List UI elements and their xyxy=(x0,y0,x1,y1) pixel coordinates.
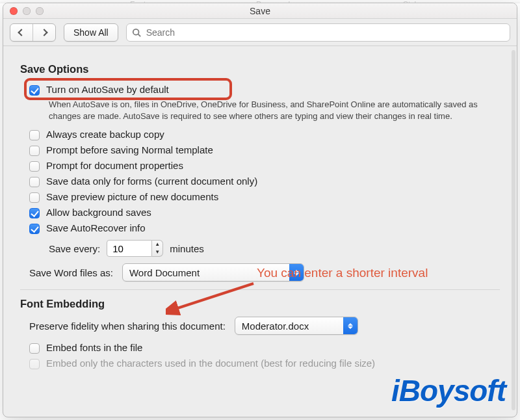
annotation-text: You can enter a shorter interval xyxy=(257,266,428,280)
prompt-normal-label: Prompt before saving Normal template xyxy=(46,144,213,155)
close-window-icon[interactable] xyxy=(10,7,18,15)
save-every-stepper: ▲ ▼ xyxy=(107,240,163,257)
save-every-unit: minutes xyxy=(170,243,204,254)
save-preview-checkbox[interactable] xyxy=(29,192,40,203)
window-titlebar: Save xyxy=(3,3,517,19)
stepper-up-button[interactable]: ▲ xyxy=(152,241,162,248)
search-field-wrapper[interactable] xyxy=(126,23,510,42)
font-embedding-heading: Font Embedding xyxy=(20,298,500,310)
prompt-docprops-label: Prompt for document properties xyxy=(46,160,183,171)
embed-fonts-label: Embed fonts in the file xyxy=(46,342,142,353)
embed-fonts-checkbox[interactable] xyxy=(29,343,40,354)
preserve-fidelity-dropdown[interactable]: Moderator.docx xyxy=(235,317,358,335)
save-forms-only-label: Save data only for forms (current docume… xyxy=(46,176,257,187)
save-forms-only-checkbox[interactable] xyxy=(29,177,40,187)
svg-point-0 xyxy=(133,29,138,34)
autosave-checkbox[interactable] xyxy=(29,85,40,96)
save-files-as-label: Save Word files as: xyxy=(29,267,113,278)
toolbar: Show All xyxy=(3,19,517,46)
preserve-fidelity-label: Preserve fidelity when sharing this docu… xyxy=(29,321,226,332)
search-icon xyxy=(132,28,141,37)
show-all-button[interactable]: Show All xyxy=(64,23,118,42)
embed-only-used-label: Embed only the characters used in the do… xyxy=(46,358,375,369)
nav-back-forward xyxy=(10,23,56,42)
section-divider xyxy=(20,289,500,290)
minimize-window-icon xyxy=(23,7,31,15)
content-area: Save Options Turn on AutoSave by default… xyxy=(3,46,517,417)
svg-line-1 xyxy=(138,34,140,36)
zoom-window-icon xyxy=(36,7,44,15)
autosave-row: Turn on AutoSave by default xyxy=(20,82,500,98)
backup-copy-label: Always create backup copy xyxy=(46,129,164,140)
background-saves-label: Allow background saves xyxy=(46,207,151,218)
embed-only-used-checkbox xyxy=(29,359,40,369)
stepper-down-button[interactable]: ▼ xyxy=(152,248,162,256)
save-every-label: Save every: xyxy=(49,243,100,254)
updown-caret-icon xyxy=(343,317,358,334)
search-input[interactable] xyxy=(145,27,504,38)
forward-button[interactable] xyxy=(32,24,55,41)
preserve-fidelity-value: Moderator.docx xyxy=(242,321,309,332)
autorecover-label: Save AutoRecover info xyxy=(46,222,146,233)
prompt-normal-checkbox[interactable] xyxy=(29,146,40,156)
autosave-label: Turn on AutoSave by default xyxy=(46,84,169,95)
window-title: Save xyxy=(3,6,517,16)
save-preview-label: Save preview picture of new documents xyxy=(46,191,218,202)
autosave-help-text: When AutoSave is on, files in OneDrive, … xyxy=(20,98,488,127)
autorecover-checkbox[interactable] xyxy=(29,224,40,234)
save-every-input[interactable] xyxy=(107,240,152,257)
save-options-heading: Save Options xyxy=(20,63,500,75)
preferences-window: Save Show All Save Options Turn on AutoS… xyxy=(3,3,517,417)
scrollbar[interactable] xyxy=(512,50,515,410)
prompt-docprops-checkbox[interactable] xyxy=(29,161,40,172)
background-saves-checkbox[interactable] xyxy=(29,208,40,218)
backup-copy-checkbox[interactable] xyxy=(29,130,40,140)
save-files-as-value: Word Document xyxy=(129,267,200,278)
back-button[interactable] xyxy=(10,24,32,41)
